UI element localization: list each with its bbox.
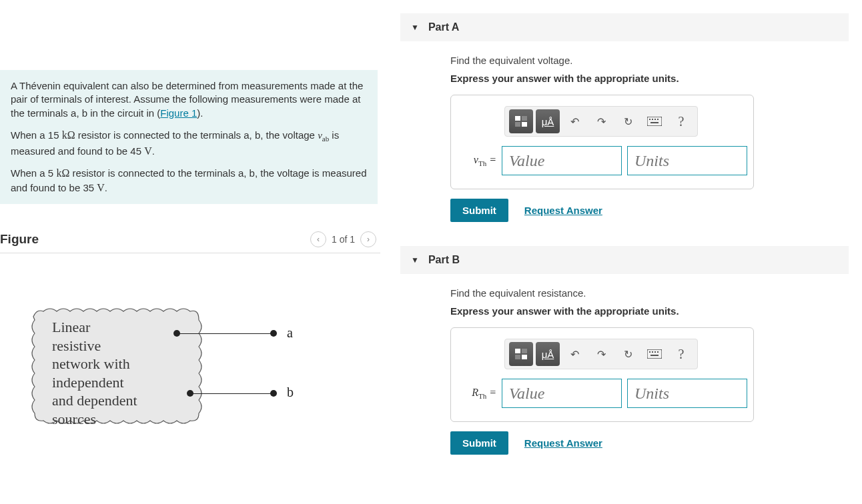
part-b-request-answer-link[interactable]: Request Answer <box>524 437 602 449</box>
part-a-header[interactable]: ▼ Part A <box>400 13 849 41</box>
redo-icon[interactable]: ↷ <box>589 109 613 133</box>
part-a-actions: Submit Request Answer <box>450 199 849 222</box>
right-pane: ▼ Part A Find the equivalent voltage. Ex… <box>380 0 862 504</box>
part-b-actions: Submit Request Answer <box>450 431 849 455</box>
figure-drawing: Linear resistive network with independen… <box>27 303 307 443</box>
problem-p2: When a 15 kΩ resistor is connected to th… <box>11 128 367 158</box>
svg-rect-1 <box>522 116 527 121</box>
part-b-express: Express your answer with the appropriate… <box>450 305 849 317</box>
templates-icon[interactable] <box>509 109 533 133</box>
part-a-answer-box: μÅ ↶ ↷ ↻ ? vTh = <box>450 95 754 189</box>
svg-rect-9 <box>651 122 659 123</box>
svg-rect-2 <box>515 122 520 127</box>
figure-box-text: Linear resistive network with independen… <box>52 318 137 428</box>
undo-icon[interactable]: ↶ <box>562 342 586 366</box>
svg-rect-14 <box>647 349 662 359</box>
part-a-units-input[interactable] <box>627 146 747 175</box>
part-a-title: Part A <box>428 21 460 33</box>
part-b-header[interactable]: ▼ Part B <box>400 246 849 274</box>
terminal-b-label: b <box>287 385 294 400</box>
figure-scroll[interactable]: Linear resistive network with independen… <box>0 253 380 504</box>
svg-rect-8 <box>657 119 659 120</box>
redo-icon[interactable]: ↷ <box>589 342 613 366</box>
part-a-body: Find the equivalent voltage. Express you… <box>400 55 849 239</box>
figure-link[interactable]: Figure 1 <box>160 107 197 119</box>
figure-header: Figure ‹ 1 of 1 › <box>0 226 380 253</box>
part-a-toolbar: μÅ ↶ ↷ ↻ ? <box>504 106 698 137</box>
svg-rect-11 <box>522 349 527 353</box>
figure-pager-label: 1 of 1 <box>332 234 355 245</box>
kohm-1: kΩ <box>62 129 75 141</box>
node-right-b <box>270 390 277 397</box>
p2b: resistor is connected to the terminals a… <box>75 129 318 141</box>
units-icon[interactable]: μÅ <box>536 342 560 366</box>
p2d: . <box>152 145 155 157</box>
svg-rect-19 <box>651 355 659 356</box>
reset-icon[interactable]: ↻ <box>616 342 640 366</box>
part-b-value-input[interactable] <box>502 379 622 408</box>
node-right-a <box>270 330 277 337</box>
svg-rect-6 <box>652 119 653 120</box>
wire-b <box>190 393 274 394</box>
part-a-input-row: vTh = <box>464 146 740 175</box>
figure-pager: ‹ 1 of 1 › <box>310 231 376 247</box>
part-b-title: Part B <box>428 254 460 266</box>
undo-icon[interactable]: ↶ <box>562 109 586 133</box>
p3a: When a 5 <box>11 167 56 179</box>
figure-title: Figure <box>0 232 39 247</box>
p1-suffix: ). <box>197 107 203 119</box>
volt-2: V <box>97 182 105 193</box>
problem-p1: A Thévenin equivalent can also be determ… <box>11 79 367 120</box>
part-b-instruction: Find the equivalent resistance. <box>450 287 849 299</box>
reset-icon[interactable]: ↻ <box>616 109 640 133</box>
part-b-units-input[interactable] <box>627 379 747 408</box>
svg-rect-0 <box>515 116 520 121</box>
part-a-value-input[interactable] <box>502 146 622 175</box>
svg-rect-10 <box>515 349 520 353</box>
problem-p3: When a 5 kΩ resistor is connected to the… <box>11 166 367 195</box>
wire-a <box>177 333 274 334</box>
svg-rect-7 <box>655 119 656 120</box>
p2a: When a 15 <box>11 129 62 141</box>
part-a-instruction: Find the equivalent voltage. <box>450 55 849 66</box>
caret-down-icon: ▼ <box>411 23 419 32</box>
figure-prev-button[interactable]: ‹ <box>310 231 326 247</box>
figure-next-button[interactable]: › <box>360 231 376 247</box>
problem-scroll[interactable]: A Thévenin equivalent can also be determ… <box>0 0 380 223</box>
caret-down-icon: ▼ <box>411 255 419 265</box>
keyboard-icon[interactable] <box>642 342 667 366</box>
part-b-answer-box: μÅ ↶ ↷ ↻ ? RTh = <box>450 327 754 422</box>
terminal-a-label: a <box>287 325 293 341</box>
units-icon[interactable]: μÅ <box>536 109 560 133</box>
svg-rect-4 <box>647 117 662 126</box>
help-icon[interactable]: ? <box>669 342 693 366</box>
svg-rect-5 <box>649 119 651 120</box>
svg-rect-12 <box>515 355 520 359</box>
kohm-2: kΩ <box>56 167 69 179</box>
part-b-variable: RTh = <box>464 387 496 400</box>
problem-statement: A Thévenin equivalent can also be determ… <box>0 70 378 204</box>
part-b-input-row: RTh = <box>464 379 740 408</box>
part-b-toolbar: μÅ ↶ ↷ ↻ ? <box>504 339 698 369</box>
templates-icon[interactable] <box>509 342 533 366</box>
p3c: . <box>105 182 107 193</box>
volt-1: V <box>144 145 152 157</box>
help-icon[interactable]: ? <box>669 109 693 133</box>
keyboard-icon[interactable] <box>642 109 667 133</box>
svg-rect-16 <box>652 351 653 353</box>
svg-rect-13 <box>522 355 527 359</box>
part-a-variable: vTh = <box>464 154 496 167</box>
left-pane: A Thévenin equivalent can also be determ… <box>0 0 380 504</box>
svg-rect-17 <box>655 351 656 353</box>
part-a-express: Express your answer with the appropriate… <box>450 73 849 84</box>
svg-rect-3 <box>522 122 527 127</box>
part-a-request-answer-link[interactable]: Request Answer <box>524 205 602 216</box>
svg-rect-18 <box>657 351 659 353</box>
vab: vab <box>318 130 329 141</box>
svg-rect-15 <box>649 351 651 353</box>
part-b-submit-button[interactable]: Submit <box>450 431 508 455</box>
part-a-submit-button[interactable]: Submit <box>450 199 508 222</box>
part-b-body: Find the equivalent resistance. Express … <box>400 287 849 472</box>
